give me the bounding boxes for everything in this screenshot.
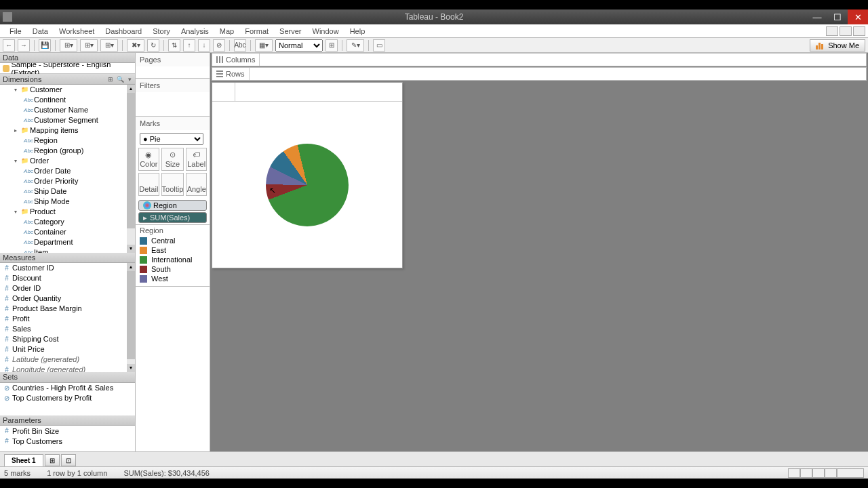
menu-map[interactable]: Map — [214, 27, 239, 35]
pages-shelf[interactable]: Pages — [136, 53, 210, 79]
meas-order-id[interactable]: #Order ID — [0, 283, 135, 293]
dim-opt-icon[interactable]: ⊞ — [106, 75, 115, 83]
menu-format[interactable]: Format — [239, 27, 274, 35]
workspace-btn-2[interactable] — [840, 26, 852, 36]
dim-scroll-thumb[interactable] — [127, 93, 135, 228]
fix-axes-button[interactable]: ⊞ — [326, 39, 338, 52]
nav-first-button[interactable] — [788, 468, 800, 478]
meas-shipping-cost[interactable]: #Shipping Cost — [0, 334, 135, 344]
dim-group-customer[interactable]: ▾📁Customer — [0, 85, 135, 95]
meas-latitude[interactable]: #Latitude (generated) — [0, 354, 135, 365]
view-cards-button[interactable]: ▦▾ — [255, 39, 273, 52]
sort-asc-button[interactable]: ↑ — [183, 39, 195, 52]
set-countries[interactable]: ⊘Countries - High Profit & Sales — [0, 383, 135, 393]
menu-window[interactable]: Window — [307, 27, 344, 35]
dim-container[interactable]: AbcContainer — [0, 227, 135, 237]
dim-order-date[interactable]: AbcOrder Date — [0, 166, 135, 176]
dim-department[interactable]: AbcDepartment — [0, 237, 135, 247]
rows-shelf[interactable]: Rows — [212, 67, 867, 81]
mark-label[interactable]: 🏷Label — [186, 148, 207, 171]
dim-customer-name[interactable]: AbcCustomer Name — [0, 105, 135, 115]
dim-customer-segment[interactable]: AbcCustomer Segment — [0, 115, 135, 125]
mark-tooltip[interactable]: Tooltip — [161, 173, 184, 196]
dim-scroll-up[interactable]: ▴ — [127, 85, 135, 93]
mark-detail[interactable]: Detail — [138, 173, 159, 196]
menu-dashboard[interactable]: Dashboard — [100, 27, 147, 35]
dim-group-mapping[interactable]: ▸📁Mapping items — [0, 125, 135, 136]
clear-button[interactable]: ✖▾ — [127, 39, 144, 52]
new-datasource-button[interactable]: ⊞▾ — [60, 39, 77, 52]
param-profit-bin[interactable]: #Profit Bin Size — [0, 426, 135, 436]
sheet-tab-1[interactable]: Sheet 1 — [4, 454, 43, 466]
mark-size[interactable]: ⊙Size — [161, 148, 184, 171]
sort-desc-button[interactable]: ↓ — [198, 39, 210, 52]
dim-order-priority[interactable]: AbcOrder Priority — [0, 176, 135, 186]
dim-scroll-down[interactable]: ▾ — [127, 245, 135, 253]
nav-prev-button[interactable] — [800, 468, 812, 478]
meas-customer-id[interactable]: #Customer ID — [0, 263, 135, 273]
pill-region[interactable]: Region — [138, 200, 207, 211]
legend-item-south[interactable]: South — [140, 264, 205, 274]
dim-group-product[interactable]: ▾📁Product — [0, 207, 135, 217]
menu-help[interactable]: Help — [344, 27, 371, 35]
new-dashboard-tab[interactable]: ⊡ — [61, 454, 76, 466]
legend-item-east[interactable]: East — [140, 245, 205, 255]
datasource-item[interactable]: Sample - Superstore - English (Extract) — [0, 63, 135, 74]
menu-data[interactable]: Data — [27, 27, 54, 35]
menu-icon[interactable]: ▾ — [125, 75, 134, 83]
mark-color[interactable]: ◉Color — [138, 148, 159, 171]
workspace-btn-1[interactable] — [826, 26, 838, 36]
legend-item-international[interactable]: International — [140, 255, 205, 264]
workspace-btn-3[interactable] — [853, 26, 865, 36]
pill-sum-sales[interactable]: ▸ SUM(Sales) — [138, 212, 207, 223]
fit-select[interactable]: Normal — [275, 39, 323, 52]
back-button[interactable]: ← — [3, 39, 15, 52]
dim-continent[interactable]: AbcContinent — [0, 95, 135, 105]
highlight-button[interactable]: ✎▾ — [347, 39, 364, 52]
save-button[interactable]: 💾 — [39, 39, 51, 52]
close-button[interactable]: ✕ — [848, 9, 868, 24]
presentation-button[interactable]: ▭ — [373, 39, 385, 52]
dim-ship-mode[interactable]: AbcShip Mode — [0, 197, 135, 207]
dim-item[interactable]: AbcItem — [0, 247, 135, 253]
group-button[interactable]: ⊘ — [213, 39, 225, 52]
menu-worksheet[interactable]: Worksheet — [54, 27, 100, 35]
menu-file[interactable]: File — [4, 27, 27, 35]
new-worksheet-tab[interactable]: ⊞ — [45, 454, 60, 466]
menu-story[interactable]: Story — [147, 27, 176, 35]
meas-product-base-margin[interactable]: #Product Base Margin — [0, 304, 135, 314]
param-top-customers[interactable]: #Top Customers — [0, 436, 135, 446]
dim-ship-date[interactable]: AbcShip Date — [0, 186, 135, 197]
nav-next-button[interactable] — [812, 468, 825, 478]
filters-shelf[interactable]: Filters — [136, 79, 210, 117]
legend-item-west[interactable]: West — [140, 274, 205, 283]
meas-order-quantity[interactable]: #Order Quantity — [0, 293, 135, 304]
duplicate-button[interactable]: ⊞▾ — [100, 39, 118, 52]
search-icon[interactable]: 🔍 — [116, 75, 124, 83]
mark-type-select[interactable]: ● Pie — [140, 133, 203, 145]
swap-button[interactable]: ⇅ — [168, 39, 180, 52]
minimize-button[interactable]: — — [807, 9, 827, 24]
menu-analysis[interactable]: Analysis — [176, 27, 214, 35]
show-me-button[interactable]: Show Me — [810, 39, 865, 52]
refresh-button[interactable]: ↻ — [147, 39, 159, 52]
labels-button[interactable]: Abc — [234, 39, 246, 52]
color-legend[interactable]: Region CentralEastInternationalSouthWest — [136, 225, 210, 287]
viz-card[interactable]: ↖ — [212, 82, 403, 268]
maximize-button[interactable]: ☐ — [827, 9, 848, 24]
forward-button[interactable]: → — [18, 39, 30, 52]
dim-region[interactable]: AbcRegion — [0, 136, 135, 146]
meas-scroll-thumb[interactable] — [127, 271, 135, 359]
nav-last-button[interactable] — [825, 468, 837, 478]
meas-longitude[interactable]: #Longitude (generated) — [0, 365, 135, 372]
meas-scroll-up[interactable]: ▴ — [127, 263, 135, 271]
meas-discount[interactable]: #Discount — [0, 273, 135, 283]
meas-sales[interactable]: #Sales — [0, 324, 135, 334]
legend-item-central[interactable]: Central — [140, 236, 205, 245]
meas-unit-price[interactable]: #Unit Price — [0, 344, 135, 354]
set-top-customers[interactable]: ⊘Top Customers by Profit — [0, 393, 135, 403]
columns-shelf[interactable]: Columns — [212, 53, 867, 66]
meas-profit[interactable]: #Profit — [0, 314, 135, 324]
mark-angle[interactable]: Angle — [186, 173, 207, 196]
new-worksheet-button[interactable]: ⊞▾ — [80, 39, 98, 52]
